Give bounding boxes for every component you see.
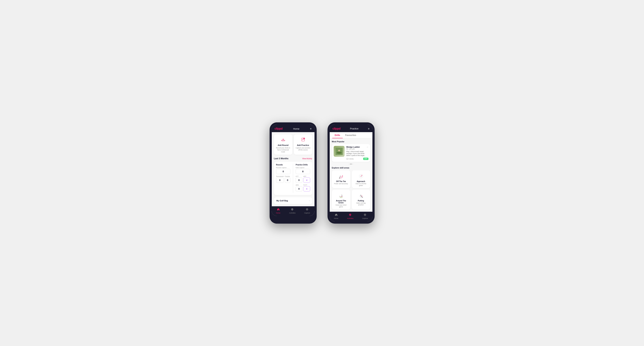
header-home: clippd Home ≡: [272, 125, 314, 132]
ott-label: OTT: [296, 175, 302, 177]
capture-icon: [306, 208, 308, 211]
nav-activities-p2[interactable]: Activities: [347, 213, 354, 219]
capture-icon-p2: [364, 213, 366, 217]
header-practice: clippd Practice ≡: [330, 125, 372, 132]
arg-value: 0: [296, 186, 302, 191]
view-activity-link[interactable]: View Activity: [302, 158, 312, 160]
practice-label: Practice: [285, 175, 290, 177]
nav-capture-p2[interactable]: Capture: [362, 213, 368, 219]
app-label: APP: [304, 175, 310, 177]
last3months-label: Last 3 Months: [274, 157, 288, 160]
svg-point-15: [336, 152, 342, 154]
activities-icon: [291, 208, 294, 211]
rounds-capture-value: 0: [276, 169, 290, 174]
tabs-row: Drills Favourites: [330, 132, 372, 138]
drill-title: Wedge Ladder: [346, 146, 368, 148]
drill-thumbnail: [334, 146, 344, 157]
skill-putting[interactable]: Putting Make and lag practice: [352, 190, 370, 209]
bottom-nav-home: Home Activities: [272, 206, 314, 216]
svg-point-21: [340, 178, 342, 178]
nav-home[interactable]: Home: [276, 208, 280, 214]
drill-footer: 9 shots APP: [346, 158, 368, 160]
drills-title: Practice Drills: [296, 164, 310, 166]
golf-bag-chevron: ›: [309, 199, 310, 202]
putt-label: PUTT: [304, 184, 310, 186]
nav-activities-label-p2: Activities: [347, 217, 354, 219]
putt-value: 4: [304, 186, 310, 191]
phone-practice: clippd Practice ≡ Drills Favourites Most…: [328, 122, 374, 224]
svg-point-33: [361, 176, 361, 176]
tab-drills[interactable]: Drills: [332, 132, 343, 138]
skill-off-the-tee[interactable]: Off The Tee Power and accuracy: [332, 170, 350, 188]
off-the-tee-desc: Power and accuracy: [334, 183, 348, 184]
svg-line-27: [340, 175, 340, 178]
rounds-title: Rounds: [276, 164, 290, 166]
app-col: APP 4: [304, 175, 310, 184]
around-the-green-icon: [338, 192, 344, 199]
stats-card: Rounds Rounds Capture 0 Tournament 0 Pra…: [274, 162, 312, 195]
putting-name: Putting: [358, 200, 364, 202]
tournament-value: 0: [276, 177, 284, 183]
rounds-col: Rounds Rounds Capture 0 Tournament 0 Pra…: [276, 164, 290, 193]
activities-icon-p2: [349, 213, 352, 217]
drill-thumb-image: [334, 146, 344, 157]
drills-capture-label: Drills Capture: [296, 167, 310, 169]
nav-capture-label-p2: Capture: [362, 217, 368, 219]
around-the-green-desc: Hone your short game: [334, 204, 348, 208]
tab-favourites[interactable]: Favourites: [343, 132, 359, 138]
drills-col: Practice Drills Drills Capture 8 OTT 0 A…: [296, 164, 310, 193]
home-icon-p2: [335, 213, 338, 217]
nav-activities[interactable]: Activities: [289, 208, 296, 214]
dots-row: [332, 164, 370, 165]
skill-around-the-green[interactable]: Around The Green Hone your short game: [332, 190, 350, 209]
off-the-tee-name: Off The Tee: [336, 180, 346, 182]
svg-point-20: [342, 175, 343, 176]
rounds-sub: Tournament 0 Practice 0: [276, 175, 290, 184]
drill-info: Wedge Ladder 50–100 yds Play 1 shot at e…: [346, 146, 368, 160]
add-round-desc: Record your shots in fast or enhanced mo…: [276, 147, 290, 153]
bottom-nav-practice: Home Activities: [330, 212, 372, 221]
drill-shots-label: 9 shots: [349, 158, 354, 160]
practice-content: Most Popular Wedge Ladder 50–1: [330, 138, 372, 212]
logo-practice: clippd: [332, 127, 340, 130]
explore-title: Explore skill areas: [332, 167, 370, 169]
menu-icon-practice[interactable]: ≡: [368, 127, 369, 130]
ott-col: OTT 0: [296, 175, 302, 184]
drills-capture-value: 8: [296, 169, 310, 174]
nav-home-p2[interactable]: Home: [334, 213, 338, 219]
phone-home: clippd Home ≡ Add Round Record your: [270, 122, 317, 224]
skill-approach[interactable]: Approach Dial-in to hit the green: [352, 170, 370, 188]
nav-home-label-p2: Home: [334, 217, 338, 219]
putt-col: PUTT 4: [304, 184, 310, 193]
putting-icon: [358, 192, 364, 199]
svg-rect-40: [341, 195, 342, 195]
golf-bag-row[interactable]: My Golf Bag ›: [274, 197, 312, 204]
drills-sub-bottom: ARG 0 PUTT 4: [296, 184, 310, 193]
svg-rect-26: [339, 178, 340, 178]
logo-home: clippd: [275, 127, 282, 130]
ott-value: 0: [296, 177, 302, 183]
dot-3: [352, 164, 353, 165]
action-cards: Add Round Record your shots in fast or e…: [274, 134, 312, 155]
tournament-col: Tournament 0: [276, 175, 284, 184]
home-content: Add Round Record your shots in fast or e…: [272, 132, 314, 206]
arg-label: ARG: [296, 184, 302, 186]
header-title-practice: Practice: [350, 127, 358, 130]
drill-card[interactable]: Wedge Ladder 50–100 yds Play 1 shot at e…: [332, 144, 370, 162]
drill-yds: 50–100 yds: [346, 148, 368, 150]
svg-point-34: [339, 197, 342, 198]
off-the-tee-icon: [338, 173, 344, 180]
add-round-card[interactable]: Add Round Record your shots in fast or e…: [274, 134, 292, 155]
add-practice-card[interactable]: Add Practice Capture your practice off-t…: [294, 134, 312, 155]
dot-1: [349, 164, 350, 165]
dot-2: [350, 164, 352, 165]
app-value: 4: [304, 177, 310, 183]
practice-col: Practice 0: [285, 175, 290, 184]
last3months-header: Last 3 Months View Activity: [274, 157, 312, 160]
menu-icon-home[interactable]: ≡: [310, 127, 312, 130]
drill-star-icon[interactable]: ☆: [366, 146, 368, 149]
drill-shots: 9 shots: [346, 158, 354, 160]
drills-sub-top: OTT 0 APP 4: [296, 175, 310, 184]
add-round-title: Add Round: [278, 144, 288, 146]
nav-capture[interactable]: Capture: [304, 208, 310, 214]
